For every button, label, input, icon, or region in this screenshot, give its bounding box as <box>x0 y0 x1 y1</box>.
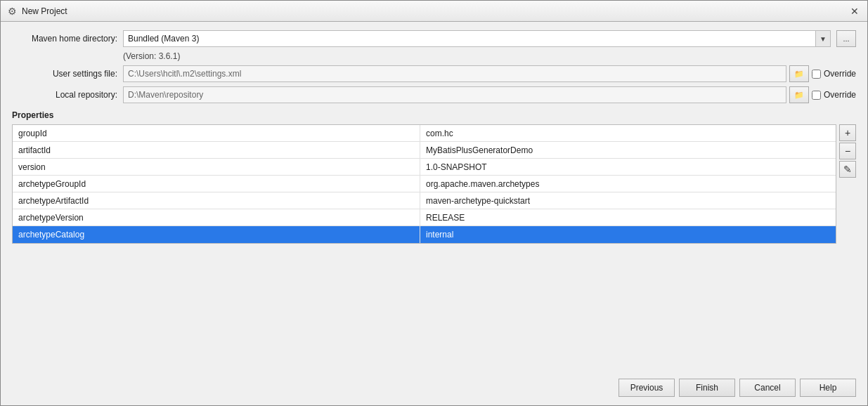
dialog-footer: Previous Finish Cancel Help <box>1 373 867 405</box>
user-settings-override-checkbox[interactable] <box>812 70 821 79</box>
user-settings-label: User settings file: <box>12 69 117 79</box>
local-repo-override-checkbox[interactable] <box>812 91 821 100</box>
edit-property-btn[interactable]: ✎ <box>839 161 856 178</box>
prop-value: com.hc <box>420 125 836 141</box>
user-settings-input-wrap: 📁 Override <box>123 65 856 82</box>
maven-home-dropdown-btn[interactable]: ▼ <box>815 30 831 47</box>
prop-key: artifactId <box>13 142 420 158</box>
prop-key: archetypeGroupId <box>13 176 420 192</box>
table-row[interactable]: artifactIdMyBatisPlusGeneratorDemo <box>13 142 836 159</box>
prop-key: groupId <box>13 125 420 141</box>
title-bar: ⚙ New Project ✕ <box>1 1 867 22</box>
prop-key: archetypeArtifactId <box>13 192 420 209</box>
prop-key: archetypeCatalog <box>13 226 420 243</box>
properties-outer: groupIdcom.hcartifactIdMyBatisPlusGenera… <box>12 124 836 244</box>
prop-value: MyBatisPlusGeneratorDemo <box>420 142 836 158</box>
properties-side-buttons: + − ✎ <box>839 124 856 244</box>
table-row[interactable]: archetypeVersionRELEASE <box>13 209 836 226</box>
prop-key: version <box>13 159 420 175</box>
dialog-title: New Project <box>22 6 848 16</box>
prop-value: org.apache.maven.archetypes <box>420 176 836 192</box>
local-repo-input-wrap: 📁 Override <box>123 86 856 103</box>
remove-property-btn[interactable]: − <box>839 143 856 159</box>
table-row[interactable]: version1.0-SNAPSHOT <box>13 159 836 176</box>
table-row[interactable]: archetypeArtifactIdmaven-archetype-quick… <box>13 192 836 209</box>
prop-value: maven-archetype-quickstart <box>420 192 836 209</box>
user-settings-input[interactable] <box>123 65 786 82</box>
prop-key: archetypeVersion <box>13 209 420 225</box>
cancel-button[interactable]: Cancel <box>739 379 796 397</box>
local-repo-override-text: Override <box>824 90 856 100</box>
local-repo-browse-btn[interactable]: 📁 <box>789 86 809 103</box>
local-repo-label: Local repository: <box>12 90 117 100</box>
close-button[interactable]: ✕ <box>848 4 862 18</box>
user-settings-override-text: Override <box>824 69 856 79</box>
new-project-dialog: ⚙ New Project ✕ Maven home directory: Bu… <box>0 0 868 406</box>
prop-value: 1.0-SNAPSHOT <box>420 159 836 175</box>
properties-wrap: groupIdcom.hcartifactIdMyBatisPlusGenera… <box>12 124 856 244</box>
local-repo-row: Local repository: 📁 Override <box>12 86 856 103</box>
prop-value: internal <box>420 226 836 243</box>
dialog-icon: ⚙ <box>6 6 18 17</box>
maven-home-row: Maven home directory: Bundled (Maven 3) … <box>12 30 856 47</box>
table-row[interactable]: archetypeCataloginternal <box>13 226 836 243</box>
properties-table: groupIdcom.hcartifactIdMyBatisPlusGenera… <box>12 124 836 244</box>
user-settings-browse-btn[interactable]: 📁 <box>789 65 809 82</box>
add-property-btn[interactable]: + <box>839 124 856 141</box>
previous-button[interactable]: Previous <box>618 379 675 397</box>
maven-home-select[interactable]: Bundled (Maven 3) <box>123 30 815 47</box>
local-repo-input[interactable] <box>123 86 786 103</box>
table-row[interactable]: archetypeGroupIdorg.apache.maven.archety… <box>13 176 836 192</box>
maven-version-text: (Version: 3.6.1) <box>123 51 856 61</box>
help-button[interactable]: Help <box>800 379 856 397</box>
table-row[interactable]: groupIdcom.hc <box>13 125 836 142</box>
maven-home-browse-btn[interactable]: ... <box>836 30 856 47</box>
local-repo-override-label[interactable]: Override <box>812 90 856 100</box>
dialog-content: Maven home directory: Bundled (Maven 3) … <box>1 22 867 373</box>
finish-button[interactable]: Finish <box>679 379 735 397</box>
maven-home-select-wrap: Bundled (Maven 3) ▼ <box>123 30 831 47</box>
prop-value: RELEASE <box>420 209 836 225</box>
user-settings-row: User settings file: 📁 Override <box>12 65 856 82</box>
maven-home-label: Maven home directory: <box>12 34 117 44</box>
properties-title: Properties <box>12 110 856 120</box>
user-settings-override-label[interactable]: Override <box>812 69 856 79</box>
